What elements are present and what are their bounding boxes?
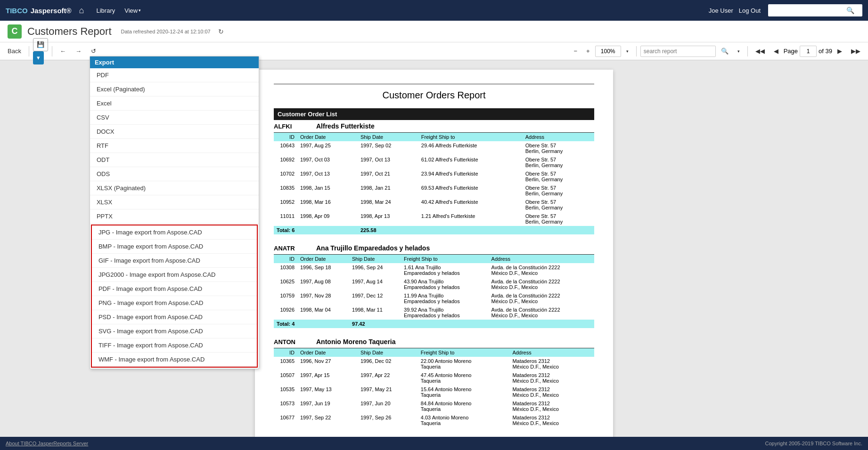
col-id: ID	[274, 133, 297, 141]
export-item-bmp[interactable]: BMP - Image export from Aspose.CAD	[92, 240, 257, 254]
col-freight: Freight Ship to	[418, 133, 523, 141]
redo-button[interactable]: →	[72, 45, 85, 58]
export-item-gif[interactable]: GIF - Image export from Aspose.CAD	[92, 254, 257, 268]
export-button[interactable]: ▾	[33, 51, 44, 64]
home-icon[interactable]: ⌂	[79, 6, 84, 16]
brand-logo: TIBCO Jaspersoft®	[6, 7, 72, 15]
table-row: 10625 1997, Aug 08 1997, Aug 14 43.90 An…	[274, 277, 594, 291]
table-row: 10759 1997, Nov 28 1997, Dec 12 11.99 An…	[274, 291, 594, 305]
report-title: Customer Orders Report	[274, 84, 594, 101]
logout-link[interactable]: Log Out	[739, 7, 761, 14]
order-total-row-anatr: Total: 4 97.42	[274, 320, 594, 328]
jaspersoft-text: Jaspersoft®	[31, 7, 72, 15]
search-report-input[interactable]	[640, 46, 716, 57]
export-item-pdf[interactable]: PDF	[90, 68, 259, 82]
customer-id-anatr: ANATR	[274, 245, 302, 252]
export-item-odt[interactable]: ODT	[90, 153, 259, 167]
export-item-docx[interactable]: DOCX	[90, 125, 259, 139]
toolbar-separator-2	[52, 46, 52, 56]
next-page-button[interactable]: ▶	[834, 45, 846, 58]
export-popup: Export PDF Excel (Paginated) Excel CSV D…	[90, 56, 259, 369]
order-table-alfki: ID Order Date Ship Date Freight Ship to …	[274, 133, 594, 234]
customer-name-alfki: Alfreds Futterkiste	[316, 122, 375, 130]
footer-right: Copyright 2005-2019 TIBCO Software Inc.	[765, 441, 862, 446]
order-total-row-alfki: Total: 6 225.58	[274, 226, 594, 234]
nav-links: Library View ▾	[96, 7, 141, 14]
table-row: 10835 1998, Jan 15 1998, Jan 21 69.53 Al…	[274, 184, 594, 198]
footer-left[interactable]: About TIBCO JasperReports Server	[6, 441, 88, 446]
refresh-button[interactable]: ↻	[218, 28, 224, 35]
zoom-out-button[interactable]: −	[570, 45, 581, 58]
report-page: Customer Orders Report Customer Order Li…	[255, 70, 613, 437]
col-id: ID	[274, 255, 297, 263]
zoom-in-button[interactable]: +	[582, 45, 594, 58]
col-ship-date: Ship Date	[358, 133, 418, 141]
customer-block-anton: ANTON Antonio Moreno Taqueria ID Order D…	[274, 336, 594, 427]
search-report-button[interactable]: 🔍	[717, 45, 732, 58]
export-item-ods[interactable]: ODS	[90, 167, 259, 181]
export-item-pdf-aspose[interactable]: PDF - Image export from Aspose.CAD	[92, 282, 257, 296]
search-report-dropdown[interactable]: ▾	[734, 45, 744, 58]
export-item-pptx[interactable]: PPTX	[90, 209, 259, 224]
report-icon: C	[8, 24, 22, 39]
export-dropdown-icon: ▾	[37, 54, 40, 61]
toolbar-separator-4	[747, 46, 748, 56]
export-item-svg[interactable]: SVG - Image export from Aspose.CAD	[92, 324, 257, 338]
col-address: Address	[509, 348, 594, 357]
export-popup-header: Export	[90, 56, 259, 68]
zoom-dropdown-button[interactable]: ▾	[622, 45, 632, 58]
customer-header-anton: ANTON Antonio Moreno Taqueria	[274, 336, 594, 348]
table-row: 10952 1998, Mar 16 1998, Mar 24 40.42 Al…	[274, 198, 594, 212]
export-item-png[interactable]: PNG - Image export from Aspose.CAD	[92, 296, 257, 310]
global-search-box[interactable]: 🔍	[768, 4, 862, 16]
undo-button[interactable]: ←	[56, 45, 70, 58]
col-address: Address	[523, 133, 594, 141]
global-search-input[interactable]	[771, 7, 846, 14]
library-link[interactable]: Library	[96, 7, 115, 14]
customer-block-anatr: ANATR Ana Trujillo Emparedados y helados…	[274, 242, 594, 328]
export-item-jpg2000[interactable]: JPG2000 - Image export from Aspose.CAD	[92, 268, 257, 282]
first-page-button[interactable]: ◀◀	[752, 45, 769, 58]
prev-page-button[interactable]: ◀	[770, 45, 782, 58]
page-of-label: of 39	[819, 48, 832, 55]
export-item-excel-paginated[interactable]: Excel (Paginated)	[90, 82, 259, 96]
zoom-input[interactable]	[595, 46, 621, 57]
col-ship-date: Ship Date	[349, 255, 401, 263]
view-link[interactable]: View ▾	[124, 7, 141, 14]
section-header: Customer Order List	[274, 108, 594, 120]
table-row: 10677 1997, Sep 22 1997, Sep 26 4.03 Ant…	[274, 413, 594, 427]
table-row: 10573 1997, Jun 19 1997, Jun 20 84.84 An…	[274, 399, 594, 413]
page-number-input[interactable]	[800, 46, 817, 57]
view-dropdown-icon: ▾	[139, 8, 141, 13]
col-order-date: Order Date	[297, 255, 349, 263]
customer-id-alfki: ALFKI	[274, 123, 302, 130]
export-item-psd[interactable]: PSD - Image export from Aspose.CAD	[92, 310, 257, 324]
table-row: 10308 1996, Sep 18 1996, Sep 24 1.61 Ana…	[274, 263, 594, 277]
table-row: 10365 1996, Nov 27 1996, Dec 02 22.00 An…	[274, 357, 594, 371]
user-area: Joe User Log Out	[709, 7, 761, 14]
page-info: Page of 39	[784, 46, 832, 57]
export-item-csv[interactable]: CSV	[90, 111, 259, 125]
col-order-date: Order Date	[297, 133, 358, 141]
table-row: 11011 1998, Apr 09 1998, Apr 13 1.21 Alf…	[274, 212, 594, 226]
zoom-area: − + ▾	[570, 45, 632, 58]
back-button[interactable]: Back	[4, 45, 25, 58]
col-freight: Freight Ship to	[401, 255, 489, 263]
title-bar: C Customers Report Data refreshed 2020-1…	[0, 21, 868, 42]
last-page-button[interactable]: ▶▶	[847, 45, 864, 58]
export-item-xlsx-paginated[interactable]: XLSX (Paginated)	[90, 181, 259, 195]
export-item-tiff[interactable]: TIFF - Image export from Aspose.CAD	[92, 338, 257, 353]
username: Joe User	[709, 7, 733, 14]
export-item-jpg[interactable]: JPG - Image export from Aspose.CAD	[92, 225, 257, 240]
export-item-excel[interactable]: Excel	[90, 96, 259, 111]
export-item-xlsx[interactable]: XLSX	[90, 195, 259, 209]
customer-name-anatr: Ana Trujillo Emparedados y helados	[316, 244, 430, 252]
customer-name-anton: Antonio Moreno Taqueria	[316, 338, 396, 346]
export-item-wmf[interactable]: WMF - Image export from Aspose.CAD	[92, 353, 257, 367]
export-container: 💾 ▾ Export PDF Excel (Paginated) Excel C…	[33, 38, 48, 64]
export-item-rtf[interactable]: RTF	[90, 139, 259, 153]
global-search-button[interactable]: 🔍	[846, 7, 854, 14]
top-navigation: TIBCO Jaspersoft® ⌂ Library View ▾ Joe U…	[0, 0, 868, 21]
table-row: 10702 1997, Oct 13 1997, Oct 21 23.94 Al…	[274, 169, 594, 184]
save-icon-button[interactable]: 💾	[33, 38, 48, 51]
